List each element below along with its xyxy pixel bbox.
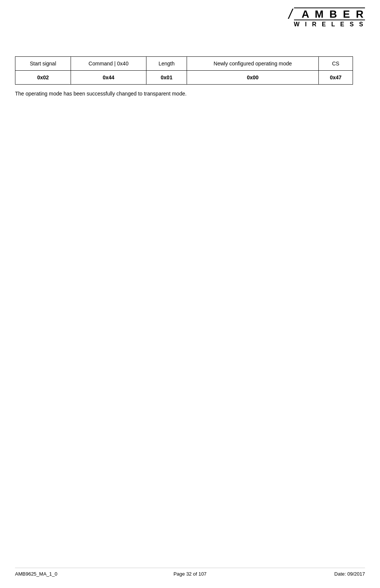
cell-length: 0x01: [146, 71, 187, 85]
cell-operating-mode-value: 0x00: [187, 71, 319, 85]
footer-doc: AMB9625_MA_1_0: [15, 571, 132, 577]
logo-wrapper: / A M B E R W I R E L E S S: [289, 8, 365, 28]
description-text: The operating mode has been successfully…: [15, 91, 365, 97]
logo-slash-icon: /: [289, 8, 293, 21]
footer-date: Date: 09/2017: [248, 571, 365, 577]
col-length: Length: [146, 57, 187, 71]
footer: AMB9625_MA_1_0 Page 32 of 107 Date: 09/2…: [15, 568, 365, 577]
footer-page: Page 32 of 107: [132, 571, 249, 577]
col-operating-mode: Newly configured operating mode: [187, 57, 319, 71]
logo-area: / A M B E R W I R E L E S S: [289, 8, 365, 28]
logo-divider-2: [294, 20, 365, 20]
cell-start-signal: 0x02: [15, 71, 71, 85]
logo-amber: A M B E R: [294, 9, 365, 20]
cell-cs: 0x47: [318, 71, 353, 85]
col-start-signal: Start signal: [15, 57, 71, 71]
logo-text-block: A M B E R W I R E L E S S: [294, 8, 365, 28]
cell-command: 0x44: [71, 71, 146, 85]
table-row: 0x02 0x44 0x01 0x00 0x47: [15, 71, 353, 85]
col-cs: CS: [318, 57, 353, 71]
table-header-row: Start signal Command | 0x40 Length Newly…: [15, 57, 353, 71]
data-table: Start signal Command | 0x40 Length Newly…: [15, 56, 353, 85]
content-area: Start signal Command | 0x40 Length Newly…: [15, 56, 365, 97]
col-command: Command | 0x40: [71, 57, 146, 71]
logo-wireless: W I R E L E S S: [294, 21, 365, 28]
page-container: / A M B E R W I R E L E S S Start signal…: [0, 0, 380, 588]
